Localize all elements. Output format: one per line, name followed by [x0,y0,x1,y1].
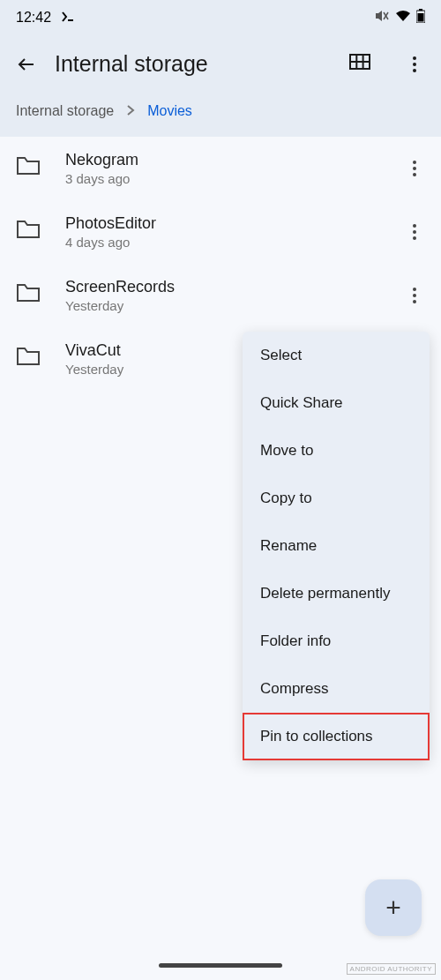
folder-name: PhotosEditor [65,214,379,233]
battery-icon [416,9,425,26]
folder-icon [16,347,41,371]
menu-rename[interactable]: Rename [243,522,430,570]
item-menu-button[interactable] [404,158,425,179]
menu-quick-share[interactable]: Quick Share [243,379,430,427]
status-bar: 12:42 [0,0,441,35]
add-button[interactable]: + [365,879,422,936]
context-menu: Select Quick Share Move to Copy to Renam… [243,332,430,760]
folder-icon [16,283,41,308]
back-button[interactable] [16,54,37,75]
mute-icon [374,9,390,26]
breadcrumb: Internal storage Movies [0,93,441,137]
menu-delete[interactable]: Delete permanently [243,570,430,617]
folder-icon [16,220,41,244]
navigation-handle[interactable] [159,963,282,968]
terminal-icon [62,10,76,26]
watermark: ANDROID AUTHORITY [347,963,436,975]
menu-select[interactable]: Select [243,332,430,379]
folder-name: Nekogram [65,151,379,169]
header: Internal storage [0,35,441,93]
menu-folder-info[interactable]: Folder info [243,617,430,665]
folder-date: 4 days ago [65,235,379,250]
item-menu-button[interactable] [404,285,425,306]
folder-item[interactable]: ScreenRecords Yesterday [0,264,441,327]
folder-item[interactable]: Nekogram 3 days ago [0,137,441,200]
breadcrumb-current[interactable]: Movies [147,103,192,119]
breadcrumb-root[interactable]: Internal storage [16,103,114,119]
status-time: 12:42 [16,10,51,26]
grid-view-button[interactable] [349,54,370,75]
menu-copy-to[interactable]: Copy to [243,475,430,522]
folder-date: Yesterday [65,298,379,313]
plus-icon: + [385,893,401,923]
page-title: Internal storage [55,51,332,77]
more-options-button[interactable] [404,54,425,75]
chevron-right-icon [126,103,135,119]
svg-rect-5 [418,13,424,22]
menu-move-to[interactable]: Move to [243,427,430,475]
item-menu-button[interactable] [404,221,425,243]
menu-pin-to-collections[interactable]: Pin to collections [243,713,430,760]
folder-date: 3 days ago [65,171,379,186]
folder-icon [16,156,41,181]
menu-compress[interactable]: Compress [243,665,430,713]
svg-rect-0 [68,19,73,21]
folder-name: ScreenRecords [65,278,379,296]
folder-item[interactable]: PhotosEditor 4 days ago [0,200,441,264]
wifi-icon [395,10,411,26]
